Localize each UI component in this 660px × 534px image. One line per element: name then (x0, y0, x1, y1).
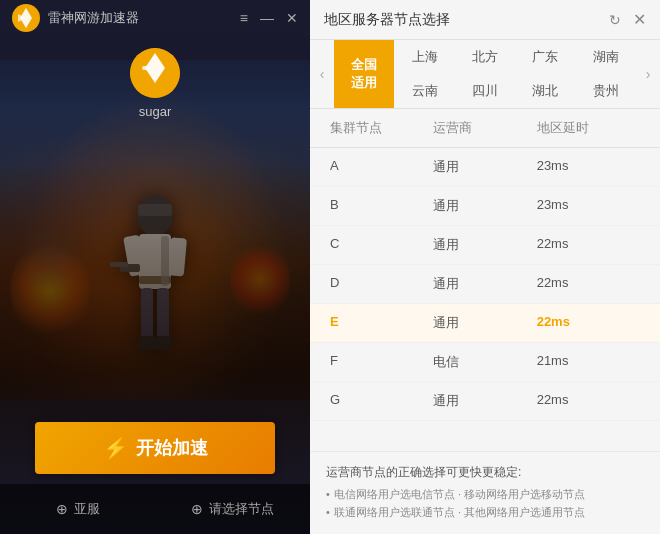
cell-isp: 通用 (433, 392, 536, 410)
title-bar: 雷神网游加速器 ≡ — ✕ (0, 0, 310, 36)
right-title-controls: ↻ ✕ (609, 10, 646, 29)
cell-node: A (330, 158, 433, 176)
refresh-button[interactable]: ↻ (609, 12, 621, 28)
cell-node: C (330, 236, 433, 254)
tab-all-label2: 适用 (351, 74, 377, 92)
tab-sichuan[interactable]: 四川 (455, 74, 515, 108)
start-button-label: 开始加速 (136, 436, 208, 460)
start-btn-area: ⚡ 开始加速 (0, 422, 310, 474)
table-row[interactable]: D通用22ms (310, 265, 660, 304)
table-row[interactable]: A通用23ms (310, 148, 660, 187)
cell-isp: 通用 (433, 236, 536, 254)
cell-delay: 22ms (537, 275, 640, 293)
node-label: 请选择节点 (209, 500, 274, 518)
cell-node: E (330, 314, 433, 332)
bottom-bar: ⊕ 亚服 ⊕ 请选择节点 (0, 484, 310, 534)
left-panel: 雷神网游加速器 ≡ — ✕ sugar (0, 0, 310, 534)
table-row[interactable]: F电信21ms (310, 343, 660, 382)
cell-isp: 通用 (433, 275, 536, 293)
app-logo (12, 4, 40, 32)
tab-guizhou[interactable]: 贵州 (576, 74, 636, 108)
tab-hubei[interactable]: 湖北 (515, 74, 575, 108)
app-title: 雷神网游加速器 (48, 9, 240, 27)
tips-title: 运营商节点的正确选择可更快更稳定: (326, 464, 644, 481)
table-row[interactable]: C通用22ms (310, 226, 660, 265)
cell-delay: 22ms (537, 392, 640, 410)
right-close-button[interactable]: ✕ (633, 10, 646, 29)
right-title-bar: 地区服务器节点选择 ↻ ✕ (310, 0, 660, 40)
tab-prev-arrow[interactable]: ‹ (310, 40, 334, 108)
cell-isp: 通用 (433, 197, 536, 215)
cell-isp: 通用 (433, 158, 536, 176)
region-icon: ⊕ (56, 501, 68, 517)
cell-node: B (330, 197, 433, 215)
start-button[interactable]: ⚡ 开始加速 (35, 422, 275, 474)
tips-items: 电信网络用户选电信节点 · 移动网络用户选移动节点联通网络用户选联通节点 · 其… (326, 485, 644, 522)
header-node: 集群节点 (330, 119, 433, 137)
tab-north[interactable]: 北方 (455, 40, 515, 74)
cell-delay: 21ms (537, 353, 640, 371)
tab-next-arrow[interactable]: › (636, 40, 660, 108)
cell-isp: 电信 (433, 353, 536, 371)
cell-delay: 23ms (537, 158, 640, 176)
lightning-icon: ⚡ (103, 436, 128, 460)
title-controls: ≡ — ✕ (240, 11, 298, 25)
tab-shanghai[interactable]: 上海 (394, 40, 454, 74)
right-title: 地区服务器节点选择 (324, 11, 609, 29)
username: sugar (139, 104, 172, 119)
tab-all[interactable]: 全国 适用 (334, 40, 394, 108)
right-panel: 地区服务器节点选择 ↻ ✕ ‹ 全国 适用 上海 北方 广东 湖南 云南 四川 … (310, 0, 660, 534)
cell-delay: 22ms (537, 314, 640, 332)
node-item[interactable]: ⊕ 请选择节点 (155, 500, 310, 518)
cell-delay: 23ms (537, 197, 640, 215)
region-item[interactable]: ⊕ 亚服 (0, 500, 155, 518)
node-icon: ⊕ (191, 501, 203, 517)
table-row[interactable]: G通用22ms (310, 382, 660, 421)
tips-section: 运营商节点的正确选择可更快更稳定: 电信网络用户选电信节点 · 移动网络用户选移… (310, 451, 660, 534)
svg-rect-5 (142, 66, 150, 70)
table-header: 集群节点 运营商 地区延时 (310, 109, 660, 148)
region-tabs-wrapper: ‹ 全国 适用 上海 北方 广东 湖南 云南 四川 湖北 贵州 › (310, 40, 660, 109)
tab-all-label1: 全国 (351, 56, 377, 74)
avatar (130, 48, 180, 98)
close-button[interactable]: ✕ (286, 11, 298, 25)
table-row[interactable]: B通用23ms (310, 187, 660, 226)
cell-node: G (330, 392, 433, 410)
server-table: A通用23msB通用23msC通用22msD通用22msE通用22msF电信21… (310, 148, 660, 451)
tips-item: 电信网络用户选电信节点 · 移动网络用户选移动节点 (326, 485, 644, 504)
tab-guangdong[interactable]: 广东 (515, 40, 575, 74)
menu-button[interactable]: ≡ (240, 11, 248, 25)
region-tabs-grid: 全国 适用 上海 北方 广东 湖南 云南 四川 湖北 贵州 (334, 40, 636, 108)
table-row[interactable]: E通用22ms (310, 304, 660, 343)
user-section: sugar (0, 36, 310, 127)
cell-node: D (330, 275, 433, 293)
cell-node: F (330, 353, 433, 371)
tab-hunan[interactable]: 湖南 (576, 40, 636, 74)
minimize-button[interactable]: — (260, 11, 274, 25)
header-isp: 运营商 (433, 119, 536, 137)
tab-yunnan[interactable]: 云南 (394, 74, 454, 108)
cell-delay: 22ms (537, 236, 640, 254)
header-delay: 地区延时 (537, 119, 640, 137)
cell-isp: 通用 (433, 314, 536, 332)
tips-item: 联通网络用户选联通节点 · 其他网络用户选通用节点 (326, 503, 644, 522)
region-label: 亚服 (74, 500, 100, 518)
